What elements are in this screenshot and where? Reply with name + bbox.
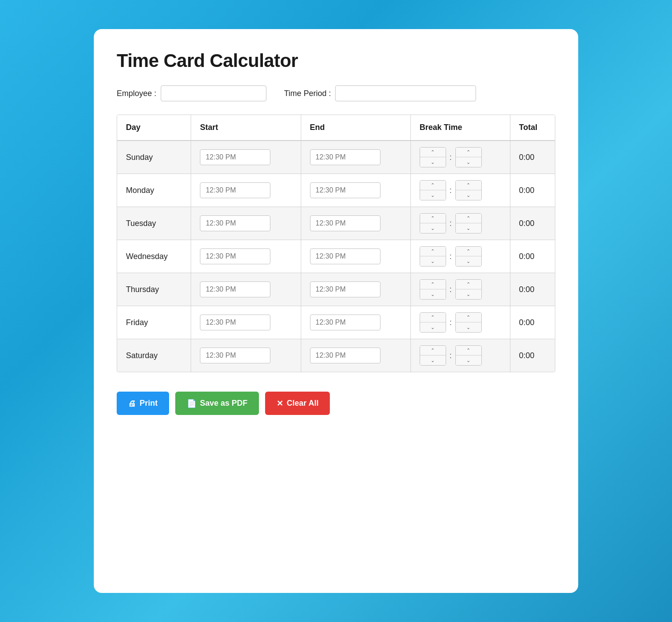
break-minutes-down[interactable]: ⌄	[456, 322, 481, 332]
break-minutes-spinner: ⌃⌄	[455, 213, 482, 233]
employee-input[interactable]	[161, 85, 266, 101]
day-name: Friday	[126, 318, 148, 327]
day-name: Thursday	[126, 285, 159, 294]
break-hours-down[interactable]: ⌄	[420, 289, 446, 299]
day-cell: Saturday	[117, 339, 191, 372]
total-cell: 0:00	[510, 207, 555, 240]
break-hours-down[interactable]: ⌄	[420, 256, 446, 266]
main-card: Time Card Calculator Employee : Time Per…	[94, 29, 578, 593]
break-minutes-down[interactable]: ⌄	[456, 223, 481, 233]
table-row: Saturday⌃⌄:⌃⌄0:00	[117, 339, 555, 372]
break-minutes-up[interactable]: ⌃	[456, 181, 481, 190]
day-cell: Tuesday	[117, 207, 191, 240]
start-input[interactable]	[200, 215, 270, 231]
col-day: Day	[117, 115, 191, 141]
break-hours-up[interactable]: ⌃	[420, 313, 446, 322]
start-input[interactable]	[200, 348, 270, 363]
break-minutes-up[interactable]: ⌃	[456, 148, 481, 157]
break-hours-up[interactable]: ⌃	[420, 346, 446, 355]
start-cell	[191, 207, 301, 240]
break-cell: ⌃⌄:⌃⌄	[410, 141, 510, 174]
start-input[interactable]	[200, 248, 270, 264]
total-cell: 0:00	[510, 240, 555, 273]
end-input[interactable]	[310, 248, 380, 264]
clear-icon: ✕	[277, 400, 283, 407]
break-separator: :	[450, 318, 452, 327]
day-cell: Thursday	[117, 273, 191, 306]
break-hours-spinner: ⌃⌄	[420, 246, 446, 267]
end-cell	[301, 339, 410, 372]
table-row: Tuesday⌃⌄:⌃⌄0:00	[117, 207, 555, 240]
break-minutes-down[interactable]: ⌄	[456, 256, 481, 266]
break-hours-spinner: ⌃⌄	[420, 279, 446, 300]
break-minutes-spinner: ⌃⌄	[455, 147, 482, 167]
period-label: Time Period :	[284, 89, 331, 98]
end-cell	[301, 273, 410, 306]
clear-all-button[interactable]: ✕ Clear All	[265, 392, 330, 415]
start-cell	[191, 273, 301, 306]
break-minutes-spinner: ⌃⌄	[455, 246, 482, 267]
break-minutes-up[interactable]: ⌃	[456, 313, 481, 322]
start-input[interactable]	[200, 281, 270, 297]
break-minutes-down[interactable]: ⌄	[456, 355, 481, 365]
break-hours-spinner: ⌃⌄	[420, 147, 446, 167]
save-pdf-label: Save as PDF	[200, 399, 247, 408]
period-input[interactable]	[335, 85, 476, 101]
break-hours-down[interactable]: ⌄	[420, 157, 446, 167]
end-input[interactable]	[310, 315, 380, 330]
total-value: 0:00	[519, 186, 535, 195]
pdf-icon: 📄	[187, 400, 196, 407]
time-table: Day Start End Break Time Total Sunday⌃⌄:…	[117, 115, 555, 372]
break-minutes-up[interactable]: ⌃	[456, 280, 481, 289]
break-hours-down[interactable]: ⌄	[420, 190, 446, 200]
table-header-row: Day Start End Break Time Total	[117, 115, 555, 141]
break-cell: ⌃⌄:⌃⌄	[410, 240, 510, 273]
day-name: Tuesday	[126, 219, 156, 228]
break-hours-up[interactable]: ⌃	[420, 280, 446, 289]
end-input[interactable]	[310, 149, 380, 165]
break-hours-up[interactable]: ⌃	[420, 148, 446, 157]
start-cell	[191, 339, 301, 372]
break-minutes-up[interactable]: ⌃	[456, 247, 481, 256]
start-input[interactable]	[200, 149, 270, 165]
end-cell	[301, 207, 410, 240]
start-cell	[191, 306, 301, 339]
end-cell	[301, 306, 410, 339]
break-separator: :	[450, 186, 452, 195]
start-input[interactable]	[200, 182, 270, 198]
break-hours-up[interactable]: ⌃	[420, 247, 446, 256]
time-table-container: Day Start End Break Time Total Sunday⌃⌄:…	[117, 115, 555, 372]
break-hours-up[interactable]: ⌃	[420, 181, 446, 190]
save-pdf-button[interactable]: 📄 Save as PDF	[175, 392, 259, 415]
print-button[interactable]: 🖨 Print	[117, 392, 169, 415]
break-hours-spinner: ⌃⌄	[420, 213, 446, 233]
period-group: Time Period :	[284, 85, 476, 101]
break-minutes-up[interactable]: ⌃	[456, 214, 481, 223]
break-separator: :	[450, 153, 452, 162]
day-cell: Wednesday	[117, 240, 191, 273]
day-cell: Monday	[117, 174, 191, 207]
break-hours-up[interactable]: ⌃	[420, 214, 446, 223]
table-row: Wednesday⌃⌄:⌃⌄0:00	[117, 240, 555, 273]
break-minutes-spinner: ⌃⌄	[455, 180, 482, 200]
print-label: Print	[140, 399, 158, 408]
break-minutes-down[interactable]: ⌄	[456, 289, 481, 299]
end-input[interactable]	[310, 215, 380, 231]
page-title: Time Card Calculator	[117, 50, 555, 71]
break-minutes-up[interactable]: ⌃	[456, 346, 481, 355]
end-input[interactable]	[310, 182, 380, 198]
end-cell	[301, 240, 410, 273]
break-hours-down[interactable]: ⌄	[420, 355, 446, 365]
start-input[interactable]	[200, 315, 270, 330]
break-separator: :	[450, 219, 452, 228]
break-hours-down[interactable]: ⌄	[420, 223, 446, 233]
break-hours-spinner: ⌃⌄	[420, 345, 446, 366]
end-input[interactable]	[310, 281, 380, 297]
break-minutes-down[interactable]: ⌄	[456, 157, 481, 167]
end-input[interactable]	[310, 348, 380, 363]
day-cell: Friday	[117, 306, 191, 339]
day-name: Wednesday	[126, 252, 168, 261]
break-minutes-down[interactable]: ⌄	[456, 190, 481, 200]
break-hours-spinner: ⌃⌄	[420, 312, 446, 333]
break-hours-down[interactable]: ⌄	[420, 322, 446, 332]
